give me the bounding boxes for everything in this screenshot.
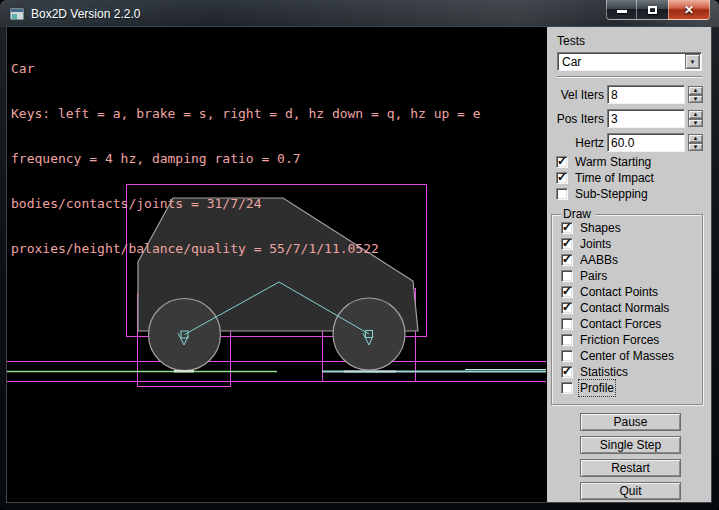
checkbox-box: ✓ [556, 156, 568, 168]
app-window: Box2D Version 2.2.0 ✕ [0, 0, 719, 510]
single-step-button[interactable]: Single Step [580, 436, 681, 454]
checkmark-icon: ✓ [562, 300, 572, 314]
checkbox-box: ✓ [561, 366, 573, 378]
checkbox-box: ✓ [561, 382, 573, 394]
checkbox-shapes[interactable]: ✓ Shapes [561, 221, 621, 235]
checkbox-label: Friction Forces [580, 333, 659, 347]
pos-iters-label: Pos Iters [547, 112, 604, 126]
checkbox-friction-forces[interactable]: ✓ Friction Forces [561, 333, 659, 347]
checkbox-label: Shapes [580, 221, 621, 235]
checkbox-box: ✓ [561, 254, 573, 266]
minimize-icon [617, 10, 627, 13]
checkbox-label: AABBs [580, 253, 618, 267]
quit-button[interactable]: Quit [580, 482, 681, 500]
tests-label: Tests [557, 34, 585, 48]
spin-up-icon[interactable]: ▲ [688, 110, 703, 119]
vel-iters-label: Vel Iters [547, 88, 604, 102]
maximize-icon [648, 6, 657, 14]
checkbox-box: ✓ [561, 302, 573, 314]
checkmark-icon: ✓ [557, 170, 567, 184]
checkbox-contact-normals[interactable]: ✓ Contact Normals [561, 301, 669, 315]
keys-line: Keys: left = a, brake = s, right = d, hz… [11, 106, 481, 121]
tests-dropdown-value: Car [562, 55, 581, 69]
checkbox-box: ✓ [561, 238, 573, 250]
checkbox-statistics[interactable]: ✓ Statistics [561, 365, 628, 379]
checkbox-box: ✓ [556, 172, 568, 184]
spin-up-icon[interactable]: ▲ [688, 134, 703, 143]
checkbox-box: ✓ [561, 286, 573, 298]
test-name-line: Car [11, 61, 481, 76]
checkbox-label: Time of Impact [575, 171, 654, 185]
vel-iters-field[interactable] [607, 85, 685, 104]
simulation-canvas[interactable]: Car Keys: left = a, brake = s, right = d… [7, 27, 546, 502]
window-title: Box2D Version 2.2.0 [31, 7, 140, 21]
checkbox-center-of-masses[interactable]: ✓ Center of Masses [561, 349, 674, 363]
checkbox-contact-forces[interactable]: ✓ Contact Forces [561, 317, 661, 331]
checkbox-label: Profile [580, 381, 614, 395]
checkbox-box: ✓ [561, 318, 573, 330]
checkbox-box: ✓ [561, 222, 573, 234]
contact-point-right [344, 371, 396, 373]
checkmark-icon: ✓ [562, 236, 572, 250]
checkbox-label: Sub-Stepping [575, 187, 648, 201]
checkbox-time-of-impact[interactable]: ✓ Time of Impact [556, 171, 654, 185]
checkbox-label: Contact Normals [580, 301, 669, 315]
pos-iters-stepper: ▲ ▼ [688, 110, 703, 127]
checkbox-contact-points[interactable]: ✓ Contact Points [561, 285, 658, 299]
spin-down-icon[interactable]: ▼ [688, 95, 703, 104]
checkmark-icon: ✓ [557, 154, 567, 168]
pos-iters-field[interactable] [607, 109, 685, 128]
hertz-stepper: ▲ ▼ [688, 134, 703, 151]
checkbox-joints[interactable]: ✓ Joints [561, 237, 611, 251]
box2d-window-icon [9, 6, 25, 22]
checkbox-label: Contact Forces [580, 317, 661, 331]
frequency-line: frequency = 4 hz, damping ratio = 0.7 [11, 151, 481, 166]
spin-down-icon[interactable]: ▼ [688, 119, 703, 128]
client-area: Car Keys: left = a, brake = s, right = d… [7, 27, 711, 502]
draw-group-title: Draw [561, 207, 595, 221]
checkbox-pairs[interactable]: ✓ Pairs [561, 269, 607, 283]
spin-up-icon[interactable]: ▲ [688, 86, 703, 95]
hertz-field[interactable] [607, 133, 685, 152]
vel-iters-row: Vel Iters ▲ ▼ [547, 85, 707, 104]
checkbox-box: ✓ [556, 188, 568, 200]
minimize-button[interactable] [606, 0, 637, 20]
close-icon: ✕ [684, 1, 694, 19]
control-panel: Tests Car ▼ Vel Iters ▲ ▼ Pos Iters ▲ [546, 27, 711, 502]
checkbox-aabbs[interactable]: ✓ AABBs [561, 253, 618, 267]
checkmark-icon: ✓ [562, 364, 572, 378]
checkbox-box: ✓ [561, 350, 573, 362]
checkmark-icon: ✓ [562, 252, 572, 266]
hertz-label: Hertz [547, 136, 604, 150]
separator [557, 76, 702, 78]
checkbox-label: Statistics [580, 365, 628, 379]
checkbox-label: Joints [580, 237, 611, 251]
maximize-button[interactable] [637, 0, 668, 20]
spin-down-icon[interactable]: ▼ [688, 143, 703, 152]
chevron-down-icon[interactable]: ▼ [685, 54, 700, 69]
checkbox-label: Center of Masses [580, 349, 674, 363]
checkbox-warm-starting[interactable]: ✓ Warm Starting [556, 155, 651, 169]
debug-info-text: Car Keys: left = a, brake = s, right = d… [11, 31, 481, 286]
tests-dropdown[interactable]: Car ▼ [557, 52, 702, 71]
checkbox-profile[interactable]: ✓ Profile [561, 381, 614, 395]
pause-button[interactable]: Pause [580, 413, 681, 431]
checkmark-icon: ✓ [562, 284, 572, 298]
checkbox-label: Warm Starting [575, 155, 651, 169]
restart-button[interactable]: Restart [580, 459, 681, 477]
checkmark-icon: ✓ [562, 220, 572, 234]
contact-point-left [174, 370, 194, 373]
close-button[interactable]: ✕ [668, 0, 710, 20]
titlebar[interactable]: Box2D Version 2.2.0 ✕ [0, 0, 719, 27]
hertz-row: Hertz ▲ ▼ [547, 133, 707, 152]
vel-iters-stepper: ▲ ▼ [688, 86, 703, 103]
checkbox-label: Contact Points [580, 285, 658, 299]
bodies-line: bodies/contacts/joints = 31/7/24 [11, 196, 481, 211]
checkbox-label: Pairs [580, 269, 607, 283]
proxies-line: proxies/height/balance/quality = 55/7/1/… [11, 241, 481, 256]
pos-iters-row: Pos Iters ▲ ▼ [547, 109, 707, 128]
checkbox-sub-stepping[interactable]: ✓ Sub-Stepping [556, 187, 648, 201]
checkbox-box: ✓ [561, 334, 573, 346]
checkbox-box: ✓ [561, 270, 573, 282]
caption-buttons: ✕ [606, 0, 710, 21]
